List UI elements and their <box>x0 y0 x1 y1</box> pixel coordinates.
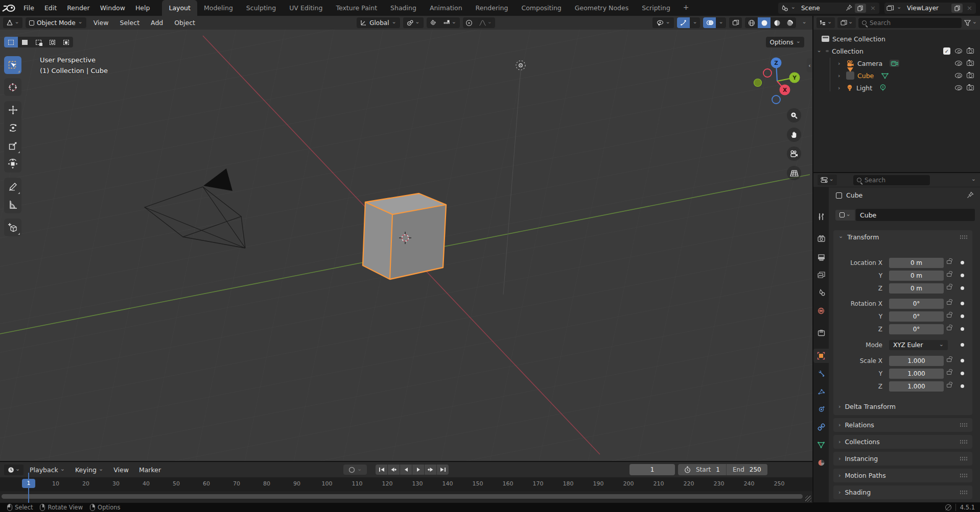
tab-material[interactable] <box>813 455 829 470</box>
timeline-editor-type-button[interactable]: ⌄ <box>4 465 24 475</box>
jump-to-end-button[interactable] <box>437 465 449 475</box>
select-mode-intersect[interactable] <box>59 37 73 47</box>
disable-render-icon[interactable] <box>967 61 974 66</box>
play-reverse-button[interactable] <box>400 465 412 475</box>
outliner-filter-button[interactable]: ⌄ <box>964 20 977 26</box>
tab-object[interactable] <box>813 349 829 363</box>
properties-editor-type-button[interactable]: ⌄ <box>818 175 837 185</box>
transform-panel-header[interactable]: ⌄ Transform <box>833 230 972 244</box>
rotation-mode-dropdown[interactable]: XYZ Euler ⌄ <box>889 340 948 350</box>
add-workspace-button[interactable]: + <box>677 0 695 16</box>
hide-eye-icon[interactable] <box>955 73 962 78</box>
object-visibility-button[interactable]: ⌄ <box>652 17 674 28</box>
panel-drag-dots[interactable] <box>960 473 967 478</box>
lock-icon[interactable] <box>947 260 951 264</box>
viewlayer-selector[interactable]: ⌄ ViewLayer × <box>884 3 976 14</box>
xray-toggle[interactable] <box>729 17 742 28</box>
menu-render[interactable]: Render <box>62 0 95 16</box>
panel-drag-dots[interactable] <box>960 456 967 461</box>
menu-file[interactable]: File <box>18 0 39 16</box>
outliner-row-cube[interactable]: › Cube <box>813 69 980 82</box>
editor-type-button[interactable]: ⌄ <box>3 17 22 28</box>
viewport-scene[interactable] <box>0 30 812 461</box>
select-mode-subtract[interactable] <box>45 37 59 47</box>
object-name-input[interactable] <box>856 209 975 221</box>
animate-dot[interactable] <box>961 384 964 388</box>
timeline-scrollbar[interactable] <box>2 494 803 499</box>
tab-sculpting[interactable]: Sculpting <box>240 0 283 16</box>
outliner-row-collection[interactable]: ⌄ Collection ✓ <box>813 45 980 57</box>
disable-render-icon[interactable] <box>967 85 974 90</box>
network-offline-icon[interactable] <box>945 504 951 510</box>
tool-measure[interactable] <box>4 196 21 213</box>
delta-transform-header[interactable]: › Delta Transform <box>833 400 972 413</box>
tab-scene[interactable] <box>813 285 829 300</box>
collections-panel[interactable]: ›Collections <box>833 435 972 449</box>
proportional-edit-toggle[interactable] <box>463 17 476 28</box>
expand-chevron-icon[interactable]: › <box>838 85 843 91</box>
menu-edit[interactable]: Edit <box>39 0 62 16</box>
tab-shading[interactable]: Shading <box>384 0 423 16</box>
properties-editor[interactable]: ⌄ ⌄ <box>813 173 980 502</box>
falloff-type-button[interactable]: ⌄ <box>476 17 495 28</box>
tab-layout[interactable]: Layout <box>162 0 197 16</box>
lock-icon[interactable] <box>947 384 951 387</box>
frame-end-field[interactable]: End 250 <box>726 464 767 475</box>
gizmo-dropdown[interactable]: ⌄ <box>690 17 700 28</box>
tab-rendering[interactable]: Rendering <box>469 0 515 16</box>
camera-view-button[interactable] <box>787 147 801 161</box>
rotation-y-field[interactable]: 0° <box>889 311 944 322</box>
collection-checkbox[interactable]: ✓ <box>943 47 950 55</box>
light-object[interactable] <box>516 61 525 70</box>
gizmo-axis-neg-y[interactable] <box>754 79 762 87</box>
snap-target-button[interactable]: ⌄ <box>439 17 460 28</box>
zoom-button[interactable] <box>787 108 801 123</box>
snap-toggle[interactable] <box>427 17 439 28</box>
lock-icon[interactable] <box>947 327 951 330</box>
location-y-field[interactable]: 0 m <box>889 271 944 281</box>
transform-orientation-selector[interactable]: Global ⌄ <box>357 17 400 28</box>
tool-annotate[interactable] <box>4 178 21 196</box>
tab-geometry-nodes[interactable]: Geometry Nodes <box>568 0 635 16</box>
motion-paths-panel[interactable]: ›Motion Paths <box>833 469 972 482</box>
pin-icon[interactable] <box>846 5 852 11</box>
location-z-field[interactable]: 0 m <box>889 283 944 294</box>
panel-drag-dots[interactable] <box>960 423 967 427</box>
unlink-scene-button[interactable]: × <box>869 4 877 12</box>
tool-select-box[interactable] <box>4 56 21 74</box>
tab-view-layer[interactable] <box>813 267 829 282</box>
properties-search[interactable] <box>853 175 930 185</box>
disable-render-icon[interactable] <box>967 73 974 78</box>
gizmo-axis-neg-z[interactable] <box>772 95 780 104</box>
breadcrumb-label[interactable]: Cube <box>846 191 862 199</box>
animate-dot[interactable] <box>961 343 964 347</box>
timeline-ruler[interactable]: 1 10203040506070809010011012013014015016… <box>0 477 812 491</box>
tool-rotate[interactable] <box>4 119 21 137</box>
outliner-search-input[interactable] <box>870 19 958 27</box>
outliner-row-scene-collection[interactable]: Scene Collection <box>813 33 980 45</box>
shading-rendered-button[interactable] <box>783 17 796 28</box>
remove-viewlayer-button[interactable]: × <box>965 4 974 12</box>
tool-scale[interactable] <box>4 137 21 155</box>
properties-options-chevron[interactable]: ⌄ <box>971 176 976 182</box>
tab-render[interactable] <box>813 231 829 246</box>
tab-output[interactable] <box>813 250 829 264</box>
animate-dot[interactable] <box>961 372 964 375</box>
properties-search-input[interactable] <box>865 177 926 184</box>
menu-window[interactable]: Window <box>95 0 130 16</box>
tab-collection-props[interactable] <box>813 326 829 340</box>
navigation-gizmo[interactable]: Z Y X <box>743 51 810 110</box>
mode-selector[interactable]: Object Mode ⌄ <box>26 17 86 28</box>
lock-icon[interactable] <box>947 371 951 375</box>
panel-drag-dots[interactable] <box>960 490 967 495</box>
rotation-z-field[interactable]: 0° <box>889 324 944 334</box>
hide-eye-icon[interactable] <box>955 48 962 54</box>
animate-dot[interactable] <box>961 274 964 277</box>
viewlayer-name[interactable]: ViewLayer <box>904 5 949 12</box>
animate-dot[interactable] <box>961 286 964 290</box>
pivot-point-button[interactable]: ⌄ <box>403 17 424 28</box>
menu-keying[interactable]: Keying⌄ <box>71 466 107 474</box>
menu-select[interactable]: Select <box>115 19 144 27</box>
tab-modeling[interactable]: Modeling <box>197 0 240 16</box>
shading-wireframe-button[interactable] <box>745 17 758 28</box>
